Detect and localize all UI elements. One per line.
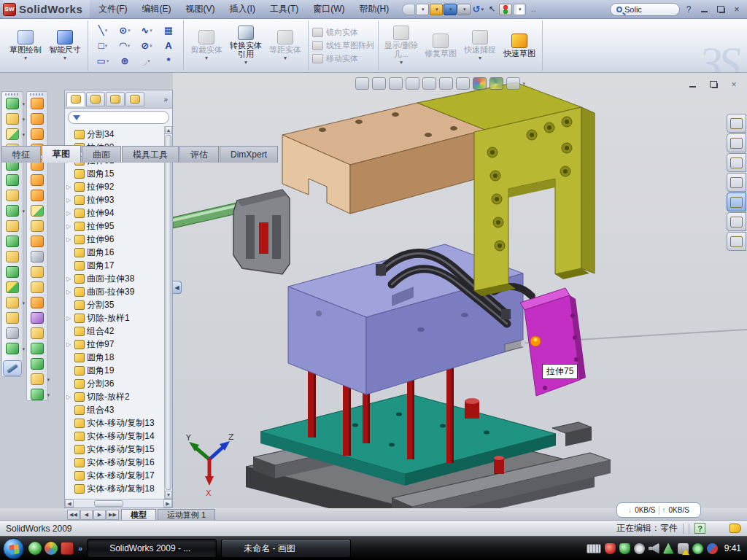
tree-item[interactable]: ▷ 拉伸97 xyxy=(66,338,164,351)
toolbar-button[interactable] xyxy=(31,327,44,339)
ribbon-stack-button[interactable]: 镜向实体 xyxy=(312,27,374,38)
taskbar-window-button[interactable]: 未命名 - 画图 xyxy=(221,539,351,558)
tree-item[interactable]: ▷ 分割34 xyxy=(66,128,164,141)
hud-icon[interactable] xyxy=(372,77,386,90)
quick-launch-overflow[interactable]: » xyxy=(78,544,82,553)
task-pane-tab[interactable] xyxy=(727,232,746,251)
command-tab[interactable]: 评估 xyxy=(179,146,219,163)
tree-item[interactable]: ▷ 拉伸94 xyxy=(66,206,164,219)
toolbar-button[interactable] xyxy=(31,312,44,324)
tree-item[interactable]: ▷ 实体-移动/复制17 xyxy=(66,469,164,482)
tree-filter-box[interactable] xyxy=(68,111,169,124)
ribbon-button[interactable]: 智能尺寸 xyxy=(46,22,84,70)
toolbar-button[interactable] xyxy=(6,220,19,232)
search-input[interactable]: Solic xyxy=(624,5,642,14)
hud-icon[interactable] xyxy=(489,77,503,90)
hud-icon[interactable] xyxy=(456,77,470,90)
tree-item[interactable]: ▷ 拉伸95 xyxy=(66,219,164,233)
sketch-entity-icon[interactable]: ◠ xyxy=(114,38,136,53)
toolbar-button[interactable] xyxy=(31,297,44,308)
sketch-entity-icon[interactable]: A xyxy=(158,38,179,53)
expand-arrow-icon[interactable]: ▷ xyxy=(66,341,72,348)
tree-item[interactable]: ▷ 拉伸93 xyxy=(66,193,164,206)
toolbar-button[interactable] xyxy=(6,312,19,324)
tree-item[interactable]: ▷ 曲面-拉伸38 xyxy=(66,272,164,285)
ribbon-button[interactable]: 快速草图 xyxy=(500,22,538,70)
doc-nav-button[interactable]: ▶ xyxy=(93,510,106,520)
toolbar-button[interactable] xyxy=(6,113,19,125)
task-pane-tab[interactable] xyxy=(727,212,746,231)
measure-tool-button[interactable] xyxy=(3,360,22,376)
hud-icon[interactable] xyxy=(422,77,436,90)
doc-close-button[interactable]: × xyxy=(727,79,741,90)
tree-item[interactable]: ▷ 实体-移动/复制14 xyxy=(66,429,164,443)
sketch-entity-icon[interactable]: ∿ xyxy=(136,23,158,38)
sketch-entity-icon[interactable]: ▭ xyxy=(92,53,114,69)
scroll-thumb[interactable] xyxy=(166,135,171,490)
update-gear-icon[interactable] xyxy=(634,543,645,554)
part-sprue-rod[interactable] xyxy=(173,203,237,228)
tree-item[interactable]: ▷ 切除-放样2 xyxy=(66,390,164,403)
menu-item[interactable]: 视图(V) xyxy=(179,0,222,18)
toolbar-icon[interactable] xyxy=(499,4,512,15)
command-tab[interactable]: 曲面 xyxy=(82,146,121,163)
part-top-clamp-plate[interactable] xyxy=(282,103,485,214)
expand-arrow-icon[interactable]: ▷ xyxy=(66,236,72,243)
doc-restore-button[interactable] xyxy=(706,79,721,90)
hud-icon[interactable] xyxy=(506,77,520,90)
expand-arrow-icon[interactable]: ▷ xyxy=(66,210,72,217)
hud-icon[interactable] xyxy=(439,77,453,90)
menu-item[interactable]: 工具(T) xyxy=(263,0,306,18)
tree-item[interactable]: ▷ 圆角16 xyxy=(66,246,164,259)
command-tab[interactable]: 模具工具 xyxy=(122,146,179,163)
menu-item[interactable]: 帮助(H) xyxy=(352,0,397,18)
sketch-entity-icon[interactable]: ⊕ xyxy=(114,53,136,69)
ribbon-button[interactable]: 草图绘制 xyxy=(7,22,44,70)
scroll-thumb[interactable] xyxy=(94,500,123,507)
start-button[interactable] xyxy=(3,538,24,559)
part-side-insert-extrude75[interactable] xyxy=(520,288,586,396)
restore-button[interactable] xyxy=(713,4,728,15)
toolbar-button[interactable] xyxy=(6,281,19,293)
sync-blue-red-icon[interactable] xyxy=(707,543,718,554)
sketch-entity-icon[interactable]: ◞ xyxy=(136,53,158,69)
toolbar-button[interactable] xyxy=(31,236,44,247)
toolbar-icon[interactable]: ‥ xyxy=(527,4,540,15)
hud-icon[interactable] xyxy=(406,77,419,90)
ribbon-button[interactable]: 转换实体引用 xyxy=(227,22,265,70)
toolbar-icon[interactable] xyxy=(513,4,526,15)
sketch-entity-icon[interactable]: □ xyxy=(92,38,114,53)
toolbar-icon[interactable]: ↺ xyxy=(471,4,484,15)
toolbar-button[interactable] xyxy=(31,128,44,140)
network-warning-icon[interactable] xyxy=(678,543,689,554)
toolbar-button[interactable] xyxy=(6,251,19,262)
toolbar-button[interactable] xyxy=(31,281,44,293)
toolbar-button[interactable] xyxy=(31,220,44,232)
expand-arrow-icon[interactable]: ▷ xyxy=(66,394,72,400)
tree-item[interactable]: ▷ 实体-移动/复制16 xyxy=(66,456,164,469)
tree-item[interactable]: ▷ 曲面-拉伸39 xyxy=(66,285,164,298)
toolbar-button[interactable] xyxy=(6,327,19,339)
panel-tab[interactable] xyxy=(86,92,105,106)
tree-item[interactable]: ▷ 拉伸92 xyxy=(66,180,164,193)
expand-arrow-icon[interactable]: ▷ xyxy=(66,197,72,203)
quick-launch-icon[interactable] xyxy=(61,542,74,555)
toolbar-icon[interactable]: ↖ xyxy=(485,4,498,15)
tree-item[interactable]: ▷ 实体-移动/复制15 xyxy=(66,443,164,456)
menu-item[interactable]: 编辑(E) xyxy=(135,0,179,18)
expand-arrow-icon[interactable]: ▷ xyxy=(66,184,72,190)
tree-item[interactable]: ▷ 分割35 xyxy=(66,298,164,311)
ribbon-button[interactable]: 等距实体 xyxy=(266,22,304,70)
toolbar-button[interactable] xyxy=(31,113,44,125)
task-pane-tab[interactable] xyxy=(727,192,746,211)
sketch-entity-icon[interactable]: ╲ xyxy=(92,23,114,38)
panel-collapse-handle[interactable]: ◀ xyxy=(173,281,182,294)
toolbar-button[interactable] xyxy=(31,373,44,385)
panel-tab[interactable] xyxy=(106,92,125,106)
quick-launch-icon[interactable] xyxy=(28,542,42,555)
toolbar-button[interactable] xyxy=(31,343,44,354)
hud-icon[interactable] xyxy=(389,77,403,90)
toolbar-button[interactable] xyxy=(31,205,44,217)
toolbar-button[interactable] xyxy=(6,190,19,201)
antivirus-red-icon[interactable] xyxy=(605,543,616,554)
